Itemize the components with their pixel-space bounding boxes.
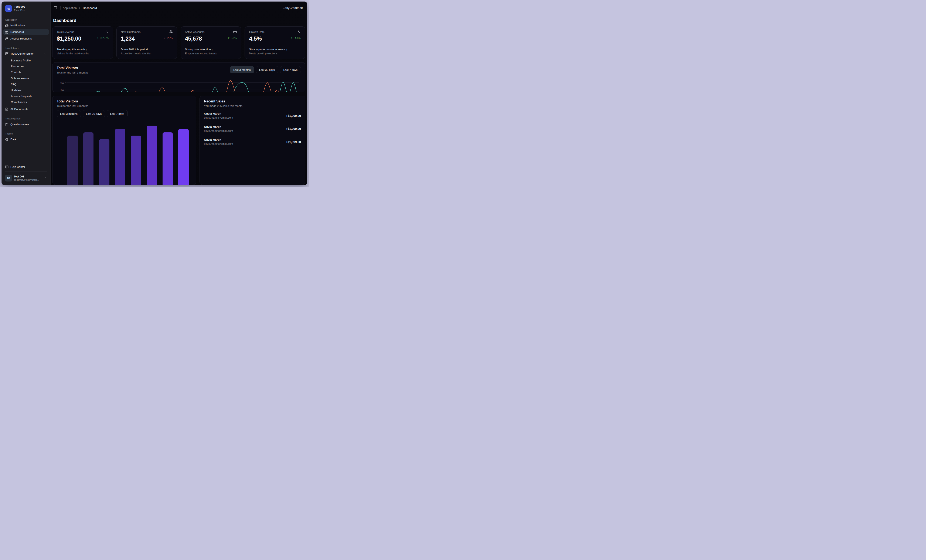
- breadcrumb-section[interactable]: Application: [63, 6, 77, 9]
- lock-icon: [5, 37, 9, 40]
- sidebar-item-label: Access Requests: [11, 37, 47, 40]
- dollar-icon: [105, 30, 109, 33]
- range-button-last-3-months[interactable]: Last 3 months: [230, 66, 254, 73]
- sidebar-subitem-subprocessors[interactable]: Subprocessors: [9, 75, 48, 81]
- stat-value: 45,678: [185, 36, 202, 42]
- sale-list-item: Olivia Martin olivia.martin@email.com +$…: [204, 125, 301, 133]
- sidebar-section-label: Theme: [3, 130, 48, 136]
- stat-card-total-revenue: Total Revenue $1,250.00 ↑ +12.5% Trendin…: [52, 26, 113, 59]
- sidebar-subitem-business-profile[interactable]: Business Profile: [9, 58, 48, 64]
- sidebar-subitem-updates[interactable]: Updates: [9, 87, 48, 93]
- chart-card-header: Total Visitors Total for the last 3 mont…: [57, 66, 301, 74]
- sidebar-subitem-resources[interactable]: Resources: [9, 64, 48, 69]
- sidebar-section-label: Trust Inquiries: [3, 115, 48, 121]
- stat-value-row: 45,678 ↑ +12.5%: [185, 36, 237, 42]
- sidebar-item-access-requests[interactable]: Access Requests: [3, 35, 48, 42]
- recent-sales-card: Recent Sales You made 265 sales this mon…: [200, 95, 305, 185]
- user-info: Test 003 godemet998@kytstore...: [14, 175, 39, 182]
- users-icon: [169, 30, 173, 33]
- stat-card-header: Total Revenue: [57, 30, 109, 33]
- sidebar-subitem-access-requests[interactable]: Access Requests: [9, 93, 48, 99]
- main-area: Application Dashboard EasyCredence Dashb…: [51, 2, 307, 185]
- sidebar-item-label: Notifications: [11, 24, 47, 27]
- range-button-last-7-days[interactable]: Last 7 days: [107, 110, 128, 117]
- topbar: Application Dashboard EasyCredence: [51, 2, 307, 11]
- page-title: Dashboard: [53, 18, 304, 23]
- user-menu[interactable]: TO Test 003 godemet998@kytstore...: [3, 173, 48, 183]
- stat-card-footer: Steady performance increase ↑ Meets grow…: [249, 48, 301, 55]
- sidebar-item-help-center[interactable]: Help Center: [3, 163, 48, 170]
- stat-headline: Trending up this month ↑: [57, 48, 109, 51]
- recent-sales-subtitle: You made 265 sales this month.: [204, 104, 301, 107]
- sale-customer-name: Olivia Martin: [204, 112, 233, 116]
- stat-delta-badge: ↑ +12.5%: [97, 36, 109, 39]
- breadcrumb: Application Dashboard: [63, 6, 97, 9]
- sidebar-toggle-button[interactable]: [53, 5, 58, 11]
- range-button-last-3-months[interactable]: Last 3 months: [57, 110, 81, 117]
- org-switcher[interactable]: Test 003 Plan: Free: [3, 3, 48, 14]
- stat-value-row: 4.5% ↑ +4.5%: [249, 36, 301, 42]
- divider: [5, 171, 47, 172]
- sale-amount: +$1,999.00: [286, 114, 301, 118]
- range-button-last-30-days[interactable]: Last 30 days: [256, 66, 278, 73]
- stat-subtext: Visitors for the last 6 months: [57, 52, 109, 55]
- line-series-visitors-b: [67, 80, 299, 92]
- dashboard-icon: [5, 30, 9, 34]
- bar-6: [147, 126, 157, 185]
- sale-customer-name: Olivia Martin: [204, 125, 233, 129]
- range-button-last-7-days[interactable]: Last 7 days: [280, 66, 301, 73]
- stat-delta-badge: ↓ -20%: [164, 36, 172, 39]
- stat-subtext: Meets growth projections: [249, 52, 301, 55]
- chart-subtitle: Total for the last 3 months: [57, 71, 88, 74]
- sidebar-item-all-documents[interactable]: All Documents: [3, 106, 48, 112]
- stat-subtext: Acquisition needs attention: [121, 52, 173, 55]
- stat-value-row: $1,250.00 ↑ +12.5%: [57, 36, 109, 42]
- bar-3: [99, 139, 109, 185]
- sidebar-item-trust-center-editor[interactable]: Trust Center Editor: [3, 50, 48, 57]
- range-button-last-30-days[interactable]: Last 30 days: [83, 110, 105, 117]
- stat-title: Active Accounts: [185, 30, 204, 33]
- sidebar-item-label: Questionnaires: [11, 123, 47, 126]
- delta-value: -20%: [166, 36, 172, 39]
- page-body: Dashboard Total Revenue $1,250.00 ↑ +12.…: [51, 11, 307, 185]
- chart-card-titles: Total Visitors Total for the last 3 mont…: [57, 66, 88, 74]
- sidebar-item-label: All Documents: [11, 107, 47, 111]
- sidebar-section-label: Application: [3, 17, 48, 22]
- sidebar-item-label: Dark: [11, 138, 47, 141]
- stat-delta-badge: ↑ +4.5%: [291, 36, 301, 39]
- sidebar-subtree: Business ProfileResourcesControlsSubproc…: [7, 58, 48, 105]
- delta-arrow-icon: ↓: [164, 36, 165, 39]
- sale-customer: Olivia Martin olivia.martin@email.com: [204, 112, 233, 120]
- bar-5: [131, 136, 141, 185]
- sale-amount: +$1,999.00: [286, 140, 301, 144]
- bar-chart: [67, 126, 189, 185]
- sidebar-subitem-faq[interactable]: FAQ: [9, 81, 48, 87]
- stat-delta-badge: ↑ +12.5%: [225, 36, 237, 39]
- delta-arrow-icon: ↑: [291, 36, 292, 39]
- sidebar-subitem-compliances[interactable]: Compliances: [9, 99, 48, 105]
- avatar: TO: [5, 175, 12, 182]
- user-email: godemet998@kytstore...: [14, 178, 39, 181]
- bar-7: [163, 132, 173, 185]
- sidebar-item-questionnaires[interactable]: Questionnaires: [3, 121, 48, 127]
- delta-arrow-icon: ↑: [97, 36, 98, 39]
- bar-8: [178, 129, 189, 185]
- sidebar-spacer: [3, 145, 48, 163]
- stat-card-header: Active Accounts: [185, 30, 237, 33]
- sidebar-item-dark[interactable]: Dark: [3, 136, 48, 142]
- stat-card-growth-rate: Growth Rate 4.5% ↑ +4.5% Steady performa…: [245, 26, 305, 59]
- stat-card-active-accounts: Active Accounts 45,678 ↑ +12.5% Strong u…: [181, 26, 241, 59]
- sale-list-item: Olivia Martin olivia.martin@email.com +$…: [204, 112, 301, 120]
- sidebar-item-label: Dashboard: [11, 30, 47, 33]
- stat-value-row: 1,234 ↓ -20%: [121, 36, 173, 42]
- stat-subtext: Engagement exceed targets: [185, 52, 237, 55]
- stat-headline: Strong user retention ↑: [185, 48, 237, 51]
- bar-card-title: Total Visitors: [57, 100, 192, 103]
- sidebar-item-notifications[interactable]: Notifications: [3, 22, 48, 29]
- stat-card-footer: Strong user retention ↑ Engagement excee…: [185, 48, 237, 55]
- chart-title: Total Visitors: [57, 66, 88, 70]
- stat-headline: Steady performance increase ↑: [249, 48, 301, 51]
- sidebar-subitem-controls[interactable]: Controls: [9, 69, 48, 75]
- bar-4: [115, 129, 126, 185]
- sidebar-item-dashboard[interactable]: Dashboard: [3, 29, 48, 35]
